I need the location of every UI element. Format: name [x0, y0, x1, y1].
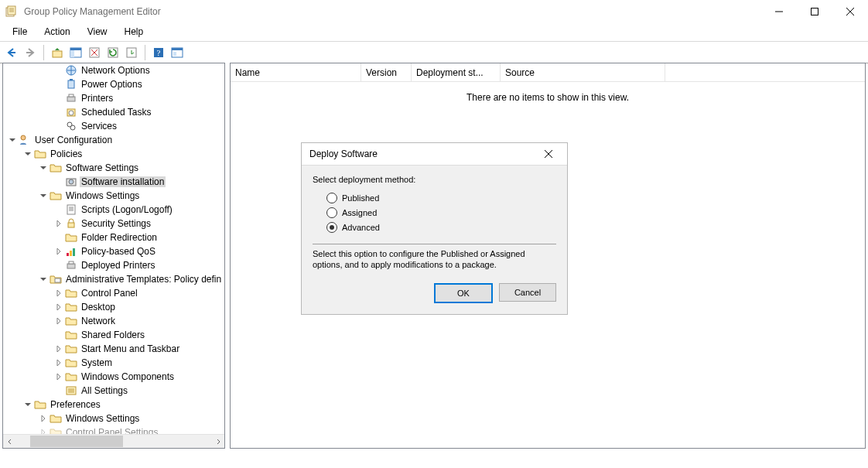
tree-item-system[interactable]: System [3, 356, 224, 370]
back-button[interactable] [3, 44, 20, 61]
tree-item-qos[interactable]: Policy-based QoS [3, 244, 224, 258]
radio-icon [326, 193, 337, 203]
tree-item-pref-windows-settings[interactable]: Windows Settings [3, 412, 224, 425]
tree-item-control-panel[interactable]: Control Panel [3, 286, 224, 300]
ok-button[interactable]: OK [434, 283, 493, 303]
expand-icon[interactable] [53, 359, 65, 367]
expand-icon[interactable] [53, 317, 65, 325]
minimize-button[interactable] [761, 0, 797, 23]
dialog-close-button[interactable] [538, 150, 559, 158]
col-version[interactable]: Version [361, 63, 412, 81]
properties-button[interactable] [169, 44, 186, 61]
expand-icon[interactable] [6, 136, 19, 144]
tree-item-shared-folders[interactable]: Shared Folders [3, 328, 224, 342]
col-deployment-state[interactable]: Deployment st... [412, 63, 501, 81]
tree-item-security-settings[interactable]: Security Settings [3, 217, 224, 231]
close-button[interactable] [832, 0, 868, 23]
dialog-buttons: OK Cancel [313, 271, 556, 303]
titlebar: Group Policy Management Editor [0, 0, 868, 24]
tree-item-network[interactable]: Network [3, 314, 224, 328]
tree[interactable]: Network Options Power Options Printers S… [3, 63, 224, 435]
forward-button[interactable] [22, 44, 39, 61]
svg-rect-32 [67, 264, 75, 268]
dialog-divider [313, 244, 556, 244]
tree-item-power-options[interactable]: Power Options [3, 77, 224, 91]
svg-rect-6 [70, 48, 81, 50]
show-hide-tree-button[interactable] [67, 44, 84, 61]
expand-icon[interactable] [37, 164, 50, 172]
tree-item-windows-components[interactable]: Windows Components [3, 370, 224, 384]
expand-icon[interactable] [22, 401, 34, 408]
tree-item-start-menu[interactable]: Start Menu and Taskbar [3, 342, 224, 356]
menu-action[interactable]: Action [36, 25, 77, 39]
col-name[interactable]: Name [231, 63, 361, 81]
tree-item-services[interactable]: Services [3, 119, 224, 133]
radio-published[interactable]: Published [326, 193, 556, 203]
svg-rect-2 [812, 9, 818, 15]
radio-advanced[interactable]: Advanced [326, 222, 556, 233]
scroll-right-button[interactable] [211, 435, 224, 448]
up-button[interactable] [49, 44, 66, 61]
svg-rect-19 [69, 94, 73, 97]
tree-item-deployed-printers[interactable]: Deployed Printers [3, 258, 224, 272]
expand-icon[interactable] [53, 373, 65, 381]
expand-icon[interactable] [37, 275, 50, 283]
menu-file[interactable]: File [5, 25, 35, 39]
tree-item-scheduled-tasks[interactable]: Scheduled Tasks [3, 105, 224, 119]
expand-icon[interactable] [53, 303, 65, 311]
svg-rect-16 [68, 80, 74, 88]
folder-icon [65, 357, 77, 369]
tree-item-policies[interactable]: Policies [3, 147, 224, 161]
app-icon [5, 5, 17, 18]
col-source[interactable]: Source [501, 63, 665, 81]
svg-rect-31 [73, 248, 75, 256]
tree-item-desktop[interactable]: Desktop [3, 300, 224, 314]
expand-icon[interactable] [53, 220, 65, 227]
tree-item-windows-settings[interactable]: Windows Settings [3, 189, 224, 203]
tree-item-printers[interactable]: Printers [3, 91, 224, 105]
tree-item-network-options[interactable]: Network Options [3, 63, 224, 77]
export-button[interactable] [123, 44, 140, 61]
menubar: File Action View Help [0, 24, 868, 42]
maximize-button[interactable] [797, 0, 832, 23]
svg-point-26 [69, 179, 73, 184]
expand-icon[interactable] [22, 150, 34, 158]
svg-rect-30 [70, 251, 72, 256]
deployment-method-group: Published Assigned Advanced [313, 184, 556, 241]
tree-item-user-configuration[interactable]: User Configuration [3, 133, 224, 147]
scroll-left-button[interactable] [3, 435, 16, 448]
tree-horizontal-scrollbar[interactable] [3, 434, 224, 448]
tree-item-admin-templates[interactable]: Administrative Templates: Policy defin [3, 272, 224, 286]
tree-item-software-settings[interactable]: Software Settings [3, 161, 224, 175]
help-button[interactable]: ? [150, 44, 167, 61]
list-header: Name Version Deployment st... Source [231, 63, 865, 82]
scroll-thumb[interactable] [30, 436, 123, 447]
expand-icon[interactable] [37, 192, 50, 200]
tree-item-all-settings[interactable]: All Settings [3, 384, 224, 398]
expand-icon[interactable] [53, 289, 65, 297]
expand-icon[interactable] [53, 345, 65, 353]
refresh-button[interactable] [104, 44, 121, 61]
expand-icon[interactable] [37, 415, 50, 422]
dialog-prompt: Select deployment method: [313, 175, 556, 184]
menu-view[interactable]: View [80, 25, 115, 39]
radio-assigned[interactable]: Assigned [326, 207, 556, 218]
scroll-track[interactable] [16, 435, 211, 448]
menu-help[interactable]: Help [117, 25, 152, 39]
dialog-description: Select this option to configure the Publ… [313, 249, 556, 271]
tree-item-folder-redirection[interactable]: Folder Redirection [3, 231, 224, 244]
security-icon [65, 217, 77, 230]
folder-icon [50, 162, 62, 174]
delete-button[interactable] [86, 44, 103, 61]
cancel-button[interactable]: Cancel [499, 283, 556, 302]
tree-item-preferences[interactable]: Preferences [3, 398, 224, 412]
dialog-body: Select deployment method: Published Assi… [302, 166, 567, 314]
qos-icon [65, 245, 77, 258]
tree-item-scripts[interactable]: Scripts (Logon/Logoff) [3, 203, 224, 217]
software-install-icon [65, 176, 77, 188]
tree-item-software-installation[interactable]: Software installation [3, 175, 224, 189]
tree-pane: Network Options Power Options Printers S… [2, 63, 225, 449]
toolbar-separator [43, 45, 44, 60]
dialog-titlebar: Deploy Software [302, 143, 567, 166]
expand-icon[interactable] [53, 248, 65, 255]
